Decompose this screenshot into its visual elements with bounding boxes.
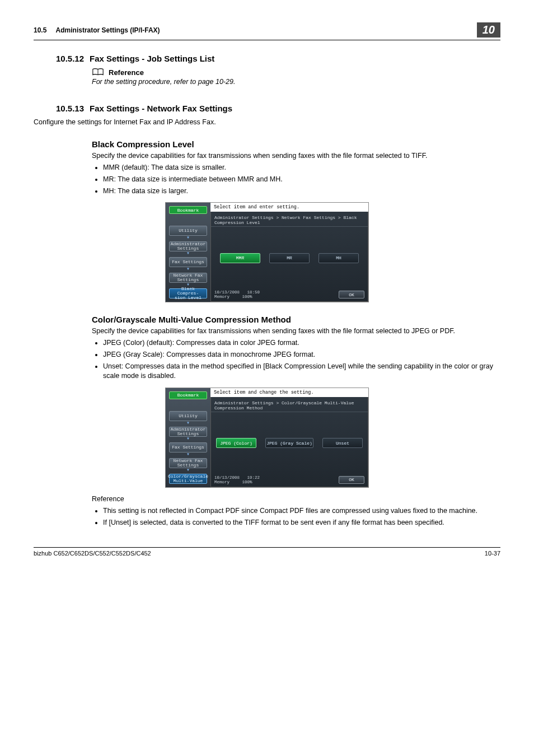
chapter-badge: 10: [477, 22, 500, 38]
black-heading: Black Compression Level: [92, 139, 500, 149]
color-intro: Specify the device capabilities for fax …: [92, 326, 500, 336]
reference-row: Reference: [92, 68, 500, 77]
status-left: 10/13/2008 18:50 Memory 100%: [214, 290, 260, 299]
list-item: JPEG (Gray Scale): Compresses data in mo…: [103, 350, 500, 360]
status-left: 10/13/2008 19:22 Memory 100%: [214, 475, 260, 484]
list-item: If [Unset] is selected, data is converte…: [103, 518, 500, 528]
list-item: Unset: Compresses data in the method spe…: [103, 362, 500, 381]
page-footer: bizhub C652/C652DS/C552/C552DS/C452 10-3…: [34, 547, 500, 557]
screenshot-black-compression: Bookmark Utility ▾ Administrator Setting…: [165, 202, 369, 302]
ref-list: This setting is not reflected in Compact…: [92, 506, 500, 528]
bookmark-tab[interactable]: Bookmark: [169, 391, 207, 399]
section-intro: Configure the settings for Internet Fax …: [34, 118, 500, 127]
ok-button[interactable]: OK: [339, 291, 364, 298]
option-jpeg-color[interactable]: JPEG (Color): [216, 438, 256, 448]
breadcrumb: Administrator Settings > Color/Grayscale…: [211, 397, 368, 412]
chevron-down-icon: ▾: [186, 236, 190, 240]
color-heading: Color/Grayscale Multi-Value Compression …: [92, 315, 500, 324]
section-10-5-13-title: 10.5.13 Fax Settings - Network Fax Setti…: [34, 104, 500, 113]
ref-label: Reference: [92, 494, 500, 504]
list-item: This setting is not reflected in Compact…: [103, 506, 500, 516]
section-number: 10.5.13: [34, 104, 84, 113]
header-left: 10.5 Administrator Settings (IP/I-FAX): [34, 26, 160, 34]
option-mr[interactable]: MR: [269, 253, 310, 263]
option-jpeg-gray[interactable]: JPEG (Gray Scale): [265, 438, 313, 448]
header-section-num: 10.5: [34, 26, 46, 34]
nav-current[interactable]: Black Compres- sion Level: [169, 288, 207, 298]
reference-label: Reference: [109, 68, 144, 77]
bookmark-tab[interactable]: Bookmark: [169, 206, 207, 214]
breadcrumb: Administrator Settings > Network Fax Set…: [211, 212, 368, 227]
status-mem-label: Memory: [214, 295, 229, 299]
chevron-down-icon: ▾: [186, 422, 190, 425]
status-mem-val: 100%: [242, 480, 252, 484]
chevron-down-icon: ▾: [186, 268, 190, 271]
list-item: JPEG (Color) (default): Compresses data …: [103, 338, 500, 348]
status-date: 10/13/2008: [214, 290, 240, 295]
option-mmr[interactable]: MMR: [220, 253, 260, 263]
section-10-5-12-title: 10.5.12 Fax Settings - Job Settings List: [34, 54, 500, 63]
section-number: 10.5.12: [34, 54, 84, 63]
ok-button[interactable]: OK: [339, 476, 364, 484]
status-mem-label: Memory: [214, 480, 229, 484]
screenshot-instruction: Select item and change the setting.: [210, 388, 368, 397]
reference-icon: [92, 68, 104, 77]
footer-left: bizhub C652/C652DS/C552/C552DS/C452: [34, 550, 151, 557]
section-heading: Fax Settings - Network Fax Settings: [90, 104, 232, 113]
chevron-down-icon: ▾: [186, 252, 190, 255]
status-time: 18:50: [247, 290, 260, 295]
screenshot-color-grayscale: Bookmark Utility ▾ Administrator Setting…: [165, 388, 369, 488]
chevron-down-icon: ▾: [186, 469, 190, 472]
chevron-down-icon: ▾: [186, 437, 190, 441]
status-time: 19:22: [247, 475, 260, 480]
status-date: 10/13/2008: [214, 475, 240, 480]
reference-text: For the setting procedure, refer to page…: [92, 78, 500, 86]
color-list: JPEG (Color) (default): Compresses data …: [92, 338, 500, 381]
page-header: 10.5 Administrator Settings (IP/I-FAX) 1…: [34, 22, 500, 40]
black-list: MMR (default): The data size is smaller.…: [92, 163, 500, 196]
section-heading: Fax Settings - Job Settings List: [90, 54, 214, 63]
list-item: MMR (default): The data size is smaller.: [103, 163, 500, 172]
nav-current[interactable]: Color/Grayscale Multi-Value: [169, 474, 207, 484]
list-item: MH: The data size is larger.: [103, 186, 500, 196]
list-item: MR: The data size is intermediate betwee…: [103, 175, 500, 184]
chevron-down-icon: ▾: [186, 453, 190, 456]
black-intro: Specify the device capabilities for fax …: [92, 151, 500, 161]
header-section-title: Administrator Settings (IP/I-FAX): [56, 26, 160, 34]
screenshot-instruction: Select item and enter setting.: [210, 203, 368, 212]
footer-right: 10-37: [485, 550, 500, 557]
option-unset[interactable]: Unset: [322, 438, 363, 448]
option-mh[interactable]: MH: [318, 253, 359, 263]
status-mem-val: 100%: [242, 295, 252, 299]
